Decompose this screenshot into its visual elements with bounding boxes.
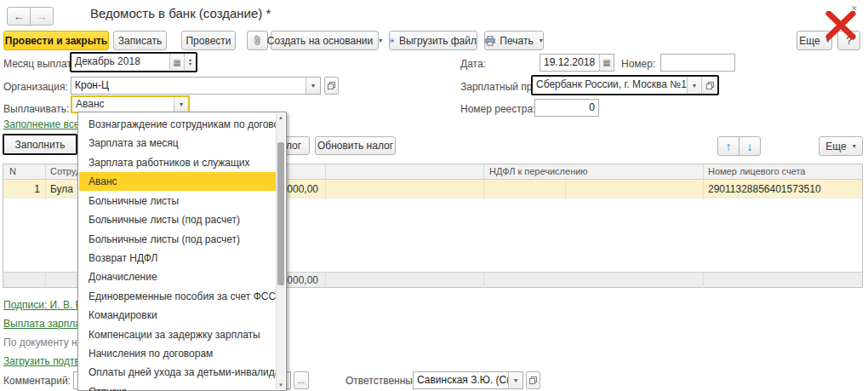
month-spinner[interactable]: ▴ ▾ xyxy=(184,54,196,71)
chevron-down-icon: ▾ xyxy=(379,37,382,44)
open-in-form-icon xyxy=(705,81,715,90)
organization-open-button[interactable] xyxy=(324,77,339,95)
dropdown-item[interactable]: Вознаграждение сотрудникам по договорам.… xyxy=(79,115,277,134)
dropdown-item[interactable]: Возврат НДФЛ xyxy=(79,249,277,267)
dropdown-item[interactable]: Зарплата работников и служащих xyxy=(79,153,277,172)
nav-back-button[interactable]: ← xyxy=(7,7,31,26)
responsible-value: Савинская З.Ю. (Системн xyxy=(414,372,508,388)
dropdown-item[interactable]: Командировки xyxy=(79,306,277,325)
number-field[interactable] xyxy=(660,54,735,72)
dropdown-item[interactable]: Больничные листы (под расчет) xyxy=(79,230,277,249)
dropdown-item[interactable]: Отпуска xyxy=(79,382,277,391)
pay-what-label: Выплачивать: xyxy=(3,103,69,115)
move-up-icon: ↑ xyxy=(726,141,732,152)
organization-label: Организация: xyxy=(3,81,68,93)
col-n-header[interactable]: N xyxy=(9,166,16,176)
export-file-icon xyxy=(390,36,395,46)
payout-month-field[interactable]: Декабрь 2018 ▦ ▴ ▾ xyxy=(70,52,197,72)
chevron-down-icon: ▾ xyxy=(540,37,543,44)
ellipsis-icon: ... xyxy=(298,376,305,385)
export-file-button[interactable]: Выгрузить файл xyxy=(389,31,477,50)
page-title: Ведомость в банк (создание) * xyxy=(90,6,271,20)
printer-icon xyxy=(485,36,495,46)
responsible-open-button[interactable] xyxy=(526,371,540,389)
post-and-close-button[interactable]: Провести и закрыть xyxy=(3,31,109,50)
chevron-down-icon[interactable]: ▾ xyxy=(508,372,523,388)
registry-number-field[interactable]: 0 xyxy=(534,99,599,117)
calendar-icon[interactable]: ▦ xyxy=(169,54,184,71)
organization-value: Крон-Ц xyxy=(71,78,306,94)
salary-project-open-button[interactable] xyxy=(701,77,717,94)
pay-what-combo[interactable]: Аванс ▾ xyxy=(71,95,190,113)
chevron-down-icon[interactable]: ▾ xyxy=(687,77,701,94)
dropdown-item-selected[interactable]: Аванс xyxy=(79,172,277,191)
salary-payment-link[interactable]: Выплата зарплаты xyxy=(3,318,77,330)
dropdown-item[interactable]: Начисления по договорам xyxy=(79,344,277,363)
nav-forward-button[interactable]: → xyxy=(30,7,54,26)
save-button[interactable]: Записать xyxy=(113,31,167,50)
dropdown-item[interactable]: Больничные листы xyxy=(79,192,277,210)
signatures-link[interactable]: Подписи: И. В. Бу xyxy=(3,299,77,311)
employee-cell: Була xyxy=(50,183,73,195)
comment-expand-button[interactable]: ... xyxy=(294,371,309,389)
forward-arrow-icon: → xyxy=(37,10,48,23)
post-button[interactable]: Провести xyxy=(181,31,236,50)
registry-number-value: 0 xyxy=(535,100,598,116)
print-button[interactable]: Печать ▾ xyxy=(484,31,544,50)
scroll-up-icon[interactable]: ▴ xyxy=(277,113,285,122)
red-x-annotation xyxy=(824,11,858,40)
dropdown-scrollbar[interactable]: ▴ ▾ xyxy=(276,113,285,389)
open-in-form-icon xyxy=(327,81,336,90)
dropdown-item[interactable]: Компенсации за задержку зарплаты xyxy=(79,325,277,344)
window-vedomost-v-bank: ← → Ведомость в банк (создание) * × Пров… xyxy=(0,0,868,391)
dropdown-item[interactable]: Единовременные пособия за счет ФСС xyxy=(79,287,277,306)
payout-month-value: Декабрь 2018 xyxy=(71,54,169,71)
account-cell: 29011328856401573510 xyxy=(708,183,821,195)
open-in-form-icon xyxy=(528,376,538,385)
move-down-icon: ↓ xyxy=(747,141,753,152)
scrollbar-thumb[interactable] xyxy=(277,142,284,285)
chevron-down-icon: ▾ xyxy=(853,142,856,150)
paperclip-icon xyxy=(253,35,262,46)
move-row-down-button[interactable]: ↓ xyxy=(739,136,761,156)
chevron-down-icon[interactable]: ▾ xyxy=(174,97,188,112)
number-value xyxy=(661,55,734,71)
move-row-up-button[interactable]: ↑ xyxy=(717,136,740,156)
number-label: Номер: xyxy=(621,58,655,70)
comment-label: Комментарий: xyxy=(3,375,71,387)
pay-what-value: Аванс xyxy=(72,97,174,112)
col-account-header[interactable]: Номер лицевого счета xyxy=(708,166,805,176)
date-value: 19.12.2018 xyxy=(540,55,599,71)
dropdown-item[interactable]: Доначисление xyxy=(79,267,277,286)
fill-button[interactable]: Заполнить xyxy=(3,134,77,155)
update-tax-button[interactable]: Обновить налог xyxy=(315,136,396,155)
fill-all-link[interactable]: Заполнение всем xyxy=(3,118,77,130)
responsible-field[interactable]: Савинская З.Ю. (Системн ▾ xyxy=(413,371,523,389)
create-based-on-button[interactable]: Создать на основании ▾ xyxy=(271,31,379,50)
organization-field[interactable]: Крон-Ц ▾ xyxy=(71,77,321,95)
no-payments-note: По документу не xyxy=(3,336,77,348)
dropdown-item[interactable]: Зарплата за месяц xyxy=(79,134,277,152)
row-number-cell: 1 xyxy=(3,183,40,195)
calendar-icon[interactable]: ▦ xyxy=(599,55,614,71)
responsible-label: Ответственный: xyxy=(345,375,421,387)
registry-number-label: Номер реестра: xyxy=(460,103,535,115)
load-confirmations-link[interactable]: Загрузить подтве xyxy=(3,355,77,367)
date-field[interactable]: 19.12.2018 ▦ xyxy=(540,54,614,72)
more-button-table[interactable]: Еще ▾ xyxy=(819,136,863,156)
chevron-down-icon[interactable]: ▾ xyxy=(306,78,320,94)
pay-what-dropdown-list: Вознаграждение сотрудникам по договорам.… xyxy=(77,112,287,391)
dropdown-item[interactable]: Оплаты дней ухода за детьми-инвалидами xyxy=(79,363,277,382)
date-label: Дата: xyxy=(460,58,486,70)
spinner-down-icon: ▾ xyxy=(189,62,191,66)
salary-project-value: Сбербанк России, г. Москва №123 xyxy=(533,77,687,94)
col-ndfl-header[interactable]: НДФЛ к перечислению xyxy=(489,166,588,176)
back-arrow-icon: ← xyxy=(14,10,25,23)
salary-project-field[interactable]: Сбербанк России, г. Москва №123 ▾ xyxy=(531,75,719,95)
attachments-button[interactable] xyxy=(247,31,268,50)
scroll-down-icon[interactable]: ▾ xyxy=(277,381,285,389)
dropdown-item[interactable]: Больничные листы (под расчет) xyxy=(79,210,277,229)
